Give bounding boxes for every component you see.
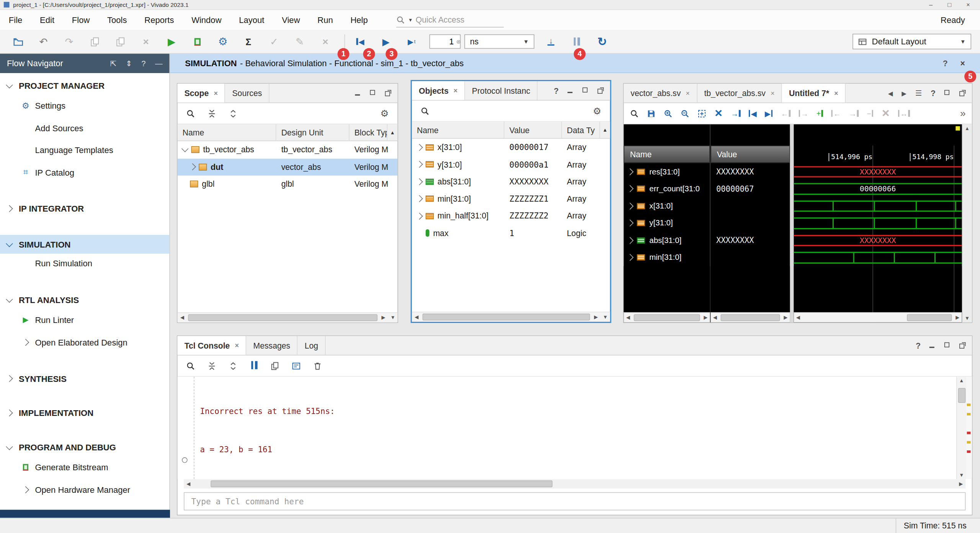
chevron-right-icon[interactable]: [416, 178, 423, 185]
scroll-right-icon[interactable]: ▶: [591, 314, 600, 320]
vertical-scrollbar[interactable]: ▲ ▼: [962, 124, 972, 323]
wave-signal-name[interactable]: abs[31:0]: [624, 232, 710, 249]
chevron-right-icon[interactable]: [416, 212, 423, 219]
report-sigma-button[interactable]: Σ: [241, 36, 256, 47]
gear-icon[interactable]: ⚙: [593, 105, 601, 116]
menu-help[interactable]: Help: [342, 10, 377, 30]
zoom-out-icon[interactable]: [681, 109, 689, 118]
delete-marker-icon[interactable]: ✕: [882, 108, 890, 119]
next-transition-icon[interactable]: ▶: [765, 109, 773, 118]
nav-item-language-templates[interactable]: Language Templates: [0, 141, 169, 159]
time-unit-select[interactable]: ns ▼: [464, 34, 534, 49]
tab-list-icon[interactable]: ☰: [915, 89, 922, 98]
save-button[interactable]: [87, 37, 103, 47]
menu-file[interactable]: File: [0, 10, 31, 30]
pin-icon[interactable]: ⇱: [110, 59, 116, 68]
quick-access-search[interactable]: ▾ Quick Access: [397, 13, 504, 27]
wave-signal-name[interactable]: x[31:0]: [624, 197, 710, 215]
menu-tools[interactable]: Tools: [98, 10, 136, 30]
section-program-and-debug[interactable]: PROGRAM AND DEBUG: [0, 438, 169, 456]
close-icon[interactable]: ×: [214, 89, 218, 97]
scroll-right-icon[interactable]: ▶: [953, 315, 962, 321]
scroll-left-icon[interactable]: ◀: [184, 481, 193, 487]
run-flow-button[interactable]: ▶: [164, 36, 180, 47]
run-for-time-button[interactable]: ▶t: [404, 37, 420, 46]
collapse-all-icon[interactable]: [207, 109, 216, 118]
horizontal-scrollbar[interactable]: ◀ ▶ ▼: [412, 312, 610, 322]
chevron-right-icon[interactable]: [189, 163, 196, 170]
remove-marker-icon[interactable]: −: [867, 109, 873, 118]
pause-output-icon[interactable]: [250, 360, 258, 371]
maximize-icon[interactable]: [370, 90, 376, 96]
section-rtl-analysis[interactable]: RTL ANALYSIS: [0, 291, 169, 309]
tcl-command-input[interactable]: [190, 496, 959, 507]
search-icon[interactable]: [186, 361, 195, 370]
help-icon[interactable]: ?: [916, 341, 921, 350]
scroll-down-icon[interactable]: ▼: [959, 472, 964, 478]
save-waveform-icon[interactable]: [647, 109, 656, 118]
nav-item-add-sources[interactable]: Add Sources: [0, 119, 169, 137]
scroll-left-icon[interactable]: ◀: [412, 314, 421, 320]
swap-cursor2-icon[interactable]: →: [799, 109, 808, 118]
menu-view[interactable]: View: [273, 10, 309, 30]
scroll-up-icon[interactable]: ▲: [387, 124, 397, 140]
swap-cursor-icon[interactable]: ←: [781, 109, 791, 118]
table-row-selected[interactable]: dut vector_abs Verilog M: [178, 158, 398, 176]
chevron-right-icon[interactable]: [626, 185, 633, 192]
section-project-manager[interactable]: PROJECT MANAGER: [0, 77, 169, 95]
column-data-type[interactable]: Data Ty: [562, 122, 600, 138]
scroll-right-icon[interactable]: ▶: [781, 315, 790, 321]
wave-signal-name[interactable]: res[31:0]: [624, 163, 710, 180]
close-icon[interactable]: ×: [771, 89, 775, 97]
undo-button[interactable]: ↶: [36, 36, 51, 47]
expand-all-icon[interactable]: [229, 109, 238, 118]
window-minimize-button[interactable]: –: [929, 1, 933, 8]
run-time-input[interactable]: [433, 36, 455, 47]
warning-marker[interactable]: [967, 413, 971, 416]
table-row[interactable]: glbl glbl Verilog M: [178, 176, 398, 193]
tab-log[interactable]: Log: [298, 336, 326, 355]
tab-scroll-left-icon[interactable]: ◀: [888, 90, 893, 96]
section-implementation[interactable]: IMPLEMENTATION: [0, 404, 169, 422]
pause-button[interactable]: [569, 37, 585, 46]
step-button[interactable]: ↓: [543, 38, 559, 46]
horizontal-scrollbar[interactable]: ◀ ▶: [794, 312, 962, 322]
float-icon[interactable]: [959, 342, 965, 349]
scroll-up-icon[interactable]: ▲: [965, 126, 970, 131]
search-icon[interactable]: [186, 109, 195, 118]
search-icon[interactable]: [421, 106, 430, 115]
validate-button[interactable]: ✓: [266, 36, 282, 47]
scroll-left-icon[interactable]: ◀: [624, 315, 632, 321]
nav-item-run-linter[interactable]: ▶ Run Linter: [0, 311, 169, 329]
tab-scroll-right-icon[interactable]: ▶: [902, 90, 906, 96]
table-row[interactable]: abs[31:0] XXXXXXXX Array: [412, 173, 610, 190]
redo-button[interactable]: ↷: [61, 36, 77, 47]
collapse-all-icon[interactable]: [207, 361, 216, 370]
nav-item-settings[interactable]: ⚙ Settings: [0, 97, 169, 114]
wave-value-header[interactable]: Value: [710, 145, 790, 163]
tcl-command-field[interactable]: [184, 492, 965, 510]
column-value[interactable]: Value: [505, 122, 562, 138]
tab-sources[interactable]: Sources: [225, 84, 269, 103]
clear-icon[interactable]: ⊗: [456, 38, 461, 44]
zoom-in-icon[interactable]: [664, 109, 673, 118]
fit-between-icon[interactable]: ↔: [898, 109, 910, 118]
menu-run[interactable]: Run: [309, 10, 341, 30]
float-icon[interactable]: [385, 90, 391, 96]
minimize-icon[interactable]: [567, 88, 573, 94]
menu-flow[interactable]: Flow: [63, 10, 98, 30]
scroll-left-icon[interactable]: ◀: [178, 315, 187, 321]
zoom-fit-icon[interactable]: [697, 109, 706, 118]
menu-reports[interactable]: Reports: [136, 10, 183, 30]
remove-cursor-icon[interactable]: ✕: [714, 108, 723, 119]
tab-scope[interactable]: Scope ×: [178, 84, 225, 103]
chevron-right-icon[interactable]: [626, 168, 633, 175]
menu-edit[interactable]: Edit: [31, 10, 63, 30]
maximize-icon[interactable]: [944, 342, 951, 349]
warning-marker[interactable]: [967, 441, 971, 444]
trash-icon[interactable]: [313, 361, 322, 370]
paste-button[interactable]: [113, 37, 128, 47]
float-icon[interactable]: [959, 90, 965, 96]
menu-window[interactable]: Window: [183, 10, 230, 30]
delete-button[interactable]: ×: [138, 36, 154, 47]
